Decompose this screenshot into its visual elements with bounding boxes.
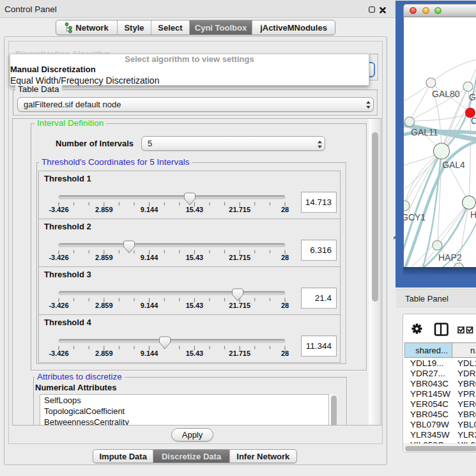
svg-text:H: H (470, 210, 476, 220)
svg-text:2.859: 2.859 (95, 349, 113, 357)
svg-text:GAL80: GAL80 (432, 89, 460, 99)
svg-text:28: 28 (281, 206, 289, 213)
svg-text:2.859: 2.859 (95, 206, 113, 213)
svg-text:2.859: 2.859 (95, 302, 113, 309)
svg-text:9.144: 9.144 (141, 254, 158, 261)
svg-text:21.715: 21.715 (229, 206, 250, 213)
svg-text:21.715: 21.715 (229, 302, 250, 309)
svg-text:-3.426: -3.426 (49, 254, 68, 261)
svg-text:9.144: 9.144 (141, 302, 158, 309)
svg-text:21.715: 21.715 (229, 349, 250, 357)
svg-text:15.43: 15.43 (186, 254, 204, 261)
svg-text:28: 28 (281, 302, 289, 309)
svg-text:15.43: 15.43 (186, 349, 204, 357)
svg-text:GCY1: GCY1 (404, 212, 426, 222)
svg-text:C: C (471, 116, 476, 126)
svg-text:28: 28 (281, 349, 289, 357)
svg-text:GA: GA (469, 92, 476, 102)
svg-text:15.43: 15.43 (186, 302, 204, 309)
svg-text:28: 28 (281, 254, 289, 261)
svg-text:-3.426: -3.426 (49, 349, 68, 357)
svg-text:GAL11: GAL11 (411, 127, 438, 137)
svg-text:2.859: 2.859 (95, 254, 113, 261)
svg-text:21.715: 21.715 (229, 254, 250, 261)
svg-text:9.144: 9.144 (141, 206, 158, 213)
svg-text:-3.426: -3.426 (49, 206, 68, 213)
svg-text:-3.426: -3.426 (49, 302, 68, 309)
svg-text:9.144: 9.144 (141, 349, 158, 357)
svg-text:HAP2: HAP2 (438, 252, 462, 263)
svg-text:15.43: 15.43 (186, 206, 204, 213)
svg-text:GAL4: GAL4 (442, 160, 465, 170)
